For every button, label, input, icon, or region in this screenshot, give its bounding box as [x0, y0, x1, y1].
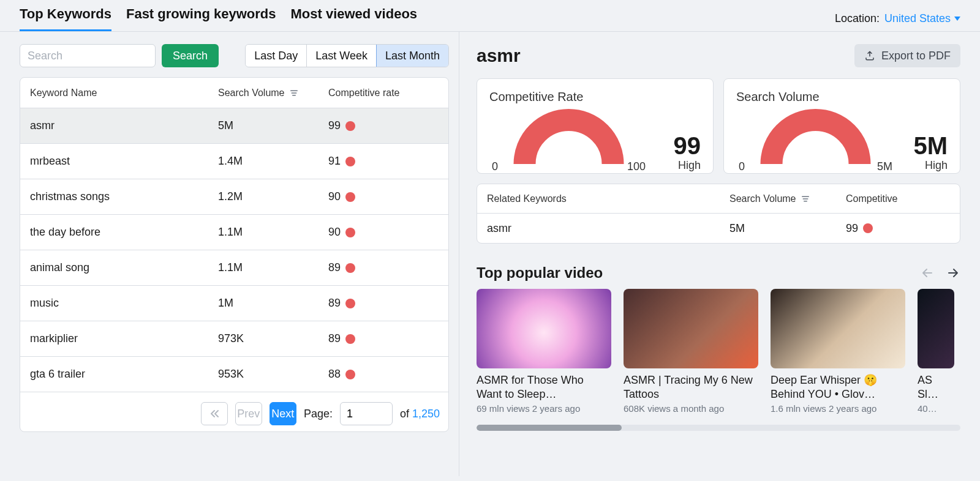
- video-thumbnail: [918, 289, 954, 368]
- location-label: Location:: [835, 12, 880, 25]
- video-meta: 608K views a month ago: [624, 403, 758, 414]
- related-col-volume[interactable]: Search Volume: [729, 193, 846, 204]
- keyword-name: markiplier: [30, 332, 218, 345]
- keyword-name: mrbeast: [30, 155, 218, 168]
- keyword-rate: 88: [328, 368, 341, 381]
- competitive-rate-gauge: [489, 109, 648, 164]
- rate-indicator-icon: [345, 334, 355, 344]
- rate-indicator-icon: [345, 299, 355, 308]
- volume-level: High: [903, 159, 948, 172]
- location-select[interactable]: United States: [884, 12, 960, 25]
- video-meta: 69 mln views 2 years ago: [477, 403, 611, 414]
- col-search-volume-label: Search Volume: [218, 88, 285, 99]
- carousel-scrollbar-thumb[interactable]: [477, 425, 622, 431]
- keyword-name: the day before: [30, 226, 218, 239]
- carousel-prev-button[interactable]: [920, 266, 935, 280]
- page-label: Page:: [304, 408, 333, 420]
- export-pdf-button[interactable]: Export to PDF: [854, 44, 960, 67]
- double-chevron-left-icon: [209, 409, 219, 419]
- video-card[interactable]: Deep Ear Whisper 🤫 Behind YOU • Glov…1.6…: [771, 289, 905, 414]
- arrow-left-icon: [920, 266, 935, 280]
- sort-icon: [801, 195, 810, 203]
- tab-fast-growing[interactable]: Fast growing keywords: [126, 6, 276, 31]
- keyword-rate: 89: [328, 332, 341, 345]
- keyword-volume: 5M: [218, 119, 328, 132]
- detail-title: asmr: [477, 45, 521, 66]
- period-last-week[interactable]: Last Week: [307, 45, 377, 67]
- carousel-next-button[interactable]: [946, 266, 960, 280]
- period-last-day[interactable]: Last Day: [246, 45, 307, 67]
- keyword-rate: 90: [328, 190, 341, 203]
- video-thumbnail: [624, 289, 758, 368]
- keyword-volume: 973K: [218, 332, 328, 345]
- video-meta: 40…: [918, 403, 954, 414]
- related-volume: 5M: [729, 222, 846, 235]
- pagination: Prev Next Page: of 1,250: [20, 392, 448, 431]
- table-row[interactable]: animal song1.1M89: [20, 250, 448, 286]
- top-bar: Top Keywords Fast growing keywords Most …: [0, 0, 980, 32]
- period-last-month[interactable]: Last Month: [376, 44, 449, 67]
- table-row[interactable]: music1M89: [20, 286, 448, 321]
- keyword-name: animal song: [30, 261, 218, 274]
- video-thumbnail: [771, 289, 905, 368]
- related-col-name[interactable]: Related Keywords: [487, 193, 729, 204]
- rate-indicator-icon: [345, 228, 355, 237]
- keyword-name: christmas songs: [30, 190, 218, 203]
- sort-icon: [290, 89, 298, 97]
- rate-indicator-icon: [345, 157, 355, 166]
- keyword-volume: 1.1M: [218, 226, 328, 239]
- table-row[interactable]: asmr5M99: [477, 214, 960, 243]
- keyword-rate: 91: [328, 155, 341, 168]
- carousel-scrollbar[interactable]: [477, 425, 960, 431]
- video-thumbnail: [477, 289, 611, 368]
- keyword-rate: 90: [328, 226, 341, 239]
- page-total-link[interactable]: 1,250: [412, 408, 440, 420]
- video-title: ASMR for Those Who Want to Sleep…: [477, 373, 611, 401]
- chevron-down-icon: [954, 17, 960, 21]
- volume-min: 0: [739, 160, 745, 173]
- page-of-label: of: [400, 408, 409, 420]
- video-card[interactable]: AS Sl…40…: [918, 289, 954, 414]
- tab-most-viewed[interactable]: Most viewed videos: [290, 6, 417, 31]
- related-col-competitive[interactable]: Competitive: [846, 193, 950, 204]
- video-title: ASMR | Tracing My 6 New Tattoos: [624, 373, 758, 401]
- rate-indicator-icon: [345, 192, 355, 202]
- rate-indicator-icon: [345, 370, 355, 379]
- competitive-max: 100: [627, 160, 646, 173]
- volume-max: 5M: [877, 160, 892, 173]
- col-search-volume[interactable]: Search Volume: [218, 88, 328, 99]
- export-pdf-label: Export to PDF: [881, 50, 951, 62]
- page-next-button[interactable]: Next: [270, 402, 296, 425]
- search-input[interactable]: [20, 44, 156, 67]
- video-card[interactable]: ASMR | Tracing My 6 New Tattoos608K view…: [624, 289, 758, 414]
- competitive-level: High: [657, 159, 701, 172]
- col-competitive-rate[interactable]: Competitive rate: [328, 88, 439, 99]
- table-row[interactable]: mrbeast1.4M91: [20, 144, 448, 179]
- search-button[interactable]: Search: [162, 44, 219, 67]
- keyword-volume: 1M: [218, 297, 328, 310]
- search-volume-card: Search Volume 0 5M 5M High: [723, 78, 960, 174]
- page-first-button[interactable]: [201, 402, 228, 425]
- keyword-volume: 953K: [218, 368, 328, 381]
- tab-top-keywords[interactable]: Top Keywords: [20, 6, 111, 31]
- upload-icon: [864, 50, 875, 61]
- location-value-text: United States: [884, 12, 951, 25]
- related-col-volume-label: Search Volume: [729, 193, 796, 204]
- related-name: asmr: [487, 222, 729, 235]
- video-card[interactable]: ASMR for Those Who Want to Sleep…69 mln …: [477, 289, 611, 414]
- table-row[interactable]: the day before1.1M90: [20, 215, 448, 250]
- competitive-rate-title: Competitive Rate: [489, 90, 701, 104]
- table-row[interactable]: christmas songs1.2M90: [20, 179, 448, 215]
- page-prev-button[interactable]: Prev: [235, 402, 262, 425]
- competitive-min: 0: [492, 160, 498, 173]
- video-title: Deep Ear Whisper 🤫 Behind YOU • Glov…: [771, 373, 905, 401]
- table-row[interactable]: gta 6 trailer953K88: [20, 357, 448, 392]
- col-keyword-name[interactable]: Keyword Name: [30, 88, 218, 99]
- table-row[interactable]: markiplier973K89: [20, 321, 448, 357]
- table-row[interactable]: asmr5M99: [20, 108, 448, 144]
- rate-indicator-icon: [863, 223, 873, 233]
- keyword-volume: 1.4M: [218, 155, 328, 168]
- keywords-table: Keyword Name Search Volume Competitive r…: [20, 77, 449, 432]
- page-input[interactable]: [340, 402, 393, 425]
- search-volume-gauge: [736, 109, 895, 164]
